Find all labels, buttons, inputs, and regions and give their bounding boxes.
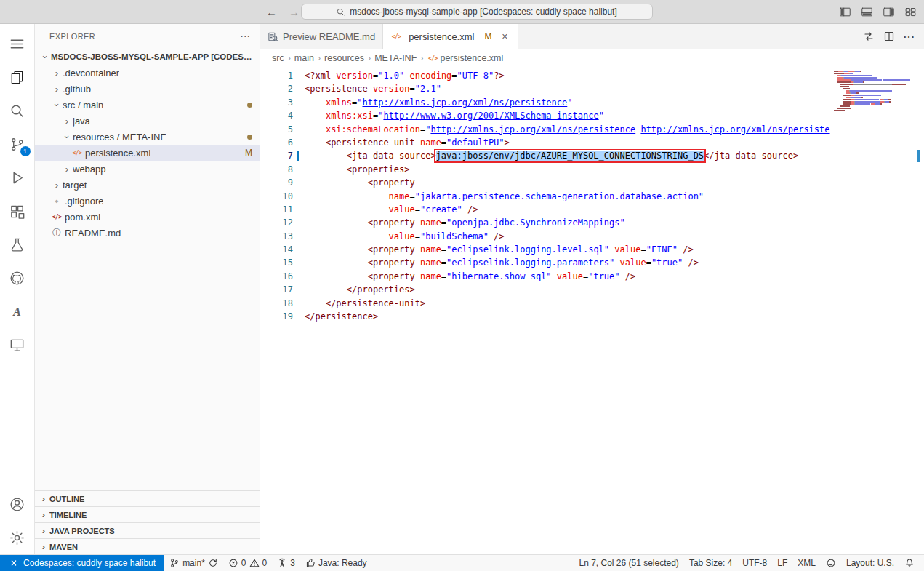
ports-status[interactable]: 3 [272,555,300,571]
more-actions-icon[interactable]: ··· [241,32,251,41]
activity-search[interactable] [0,94,35,127]
code-line[interactable]: 2<persistence version="2.1" [260,82,924,95]
indentation-status[interactable]: Tab Size: 4 [684,555,737,571]
activity-extensions[interactable] [0,194,35,228]
code-token [305,164,347,175]
tree-item-java[interactable]: ›java [35,113,260,129]
section-timeline[interactable]: ›TIMELINE [35,506,260,522]
sync-icon [208,558,218,568]
breadcrumb-item[interactable]: main [294,53,314,63]
command-center-search[interactable]: msdocs-jboss-mysql-sample-app [Codespace… [301,4,653,20]
code-line[interactable]: 9 <property [260,176,924,189]
code-line[interactable]: 6 <persistence-unit name="defaultPU"> [260,136,924,149]
accounts-icon [9,496,25,513]
language-mode-status[interactable]: XML [792,555,821,571]
code-token: <property [368,271,420,281]
code-line[interactable]: 11 value="create" /> [260,203,924,216]
keyboard-layout-status[interactable]: Layout: U.S. [841,555,899,571]
activity-testing[interactable] [0,228,35,261]
branch-status[interactable]: main* [164,555,223,571]
toggle-secondary-sidebar-icon[interactable] [883,6,895,18]
section-java-projects[interactable]: ›JAVA PROJECTS [35,522,260,538]
code-line[interactable]: 4 xmlns:xsi="http://www.w3.org/2001/XMLS… [260,109,924,122]
open-changes-icon[interactable] [863,31,875,42]
file-tree: ›MSDOCS-JBOSS-MYSQL-SAMPLE-APP [CODESP..… [35,49,260,490]
code-line[interactable]: 15 <property name="eclipselink.logging.p… [260,256,924,269]
code-line[interactable]: 5 xsi:schemaLocation="http://xmlns.jcp.o… [260,123,924,136]
toggle-sidebar-icon[interactable] [839,6,851,18]
code-line[interactable]: 3 xmlns="http://xmlns.jcp.org/xml/ns/per… [260,96,924,109]
encoding-status[interactable]: UTF-8 [737,555,772,571]
line-number: 11 [260,203,293,216]
run-and-debug-icon [9,169,25,186]
breadcrumb-item[interactable]: resources [324,53,364,63]
back-icon[interactable]: ← [266,7,277,17]
minimap-line [834,77,914,79]
tree-item-webapp[interactable]: ›webapp [35,161,260,177]
feedback-status[interactable] [821,555,841,571]
line-number: 7 [260,149,293,162]
tree-item-persistence-xml[interactable]: </>persistence.xmlM [35,145,260,161]
activity-source-control[interactable]: 1 [0,127,35,161]
overview-ruler[interactable] [915,67,924,554]
eol-label: LF [777,558,787,568]
tree-item-github[interactable]: ›.github [35,81,260,97]
more-actions-icon[interactable]: ··· [904,31,915,42]
eol-status[interactable]: LF [772,555,792,571]
breadcrumb-item[interactable]: META-INF [374,53,417,63]
section-label: OUTLINE [49,495,84,503]
activity-explorer[interactable] [0,60,35,94]
toggle-panel-icon[interactable] [861,6,873,18]
section-outline[interactable]: ›OUTLINE [35,490,260,506]
chevron-right-icon: › [38,493,49,504]
tree-item-gitignore[interactable]: ◆.gitignore [35,193,260,209]
tree-item-resources-meta-inf[interactable]: ›resources / META-INF [35,129,260,145]
minimap-line [834,81,914,83]
code-token: </jta-data-source> [704,151,798,161]
code-line[interactable]: 14 <property name="eclipselink.logging.l… [260,243,924,256]
code-line[interactable]: 16 <property name="hibernate.show_sql" v… [260,270,924,283]
tree-item-devcontainer[interactable]: ›.devcontainer [35,65,260,81]
code-line[interactable]: 12 <property name="openjpa.jdbc.Synchron… [260,216,924,229]
code-line[interactable]: 19</persistence> [260,310,924,323]
problems-status[interactable]: 0 0 [223,555,272,571]
editor-pane[interactable]: 1<?xml version="1.0" encoding="UTF-8"?>2… [260,67,924,554]
activity-github[interactable] [0,261,35,295]
minimap-line [834,110,914,111]
breadcrumb-item[interactable]: persistence.xml [440,53,503,63]
breadcrumb-item[interactable]: src [272,53,284,63]
chevron-right-icon: › [51,68,63,79]
cursor-position-status[interactable]: Ln 7, Col 26 (51 selected) [574,555,683,571]
tree-item-pom-xml[interactable]: </>pom.xml [35,209,260,225]
notifications-status[interactable] [899,555,920,571]
code-token: encoding [410,71,452,81]
activity-azure[interactable]: A [0,295,35,328]
remote-indicator[interactable]: Codespaces: cuddly space halibut [0,555,164,571]
split-editor-icon[interactable] [883,31,895,42]
java-status[interactable]: Java: Ready [300,555,372,571]
tab-preview-readme-md[interactable]: Preview README.md [260,24,383,49]
tree-item-readme-md[interactable]: ⓘREADME.md [35,225,260,241]
code-token: value [389,204,415,215]
activity-settings[interactable] [0,521,35,554]
tree-item-target[interactable]: ›target [35,177,260,193]
section-maven[interactable]: ›MAVEN [35,538,260,554]
code-line[interactable]: 1<?xml version="1.0" encoding="UTF-8"?> [260,69,924,82]
code-line[interactable]: 13 value="buildSchema" /> [260,230,924,243]
code-line[interactable]: 17 </properties> [260,283,924,296]
tree-item-msdocs-jboss-mysql-sample-app-codesp[interactable]: ›MSDOCS-JBOSS-MYSQL-SAMPLE-APP [CODESP..… [35,49,260,65]
customize-layout-icon[interactable] [904,6,917,18]
activity-accounts[interactable] [0,487,35,521]
code-line[interactable]: 8 <properties> [260,163,924,176]
tab-persistence-xml[interactable]: </>persistence.xmlM× [383,24,518,49]
close-icon[interactable]: × [499,31,510,42]
activity-remote-explorer[interactable] [0,328,35,362]
code-line[interactable]: 18 </persistence-unit> [260,297,924,310]
activity-menu[interactable] [0,27,35,60]
tree-item-src-main[interactable]: ›src / main [35,97,260,113]
code-line[interactable]: 10 name="jakarta.persistence.schema-gene… [260,190,924,203]
forward-icon[interactable]: → [289,7,300,17]
minimap[interactable] [834,71,914,112]
code-line[interactable]: 7 <jta-data-source>java:jboss/env/jdbc/A… [260,149,924,162]
activity-run-and-debug[interactable] [0,161,35,194]
